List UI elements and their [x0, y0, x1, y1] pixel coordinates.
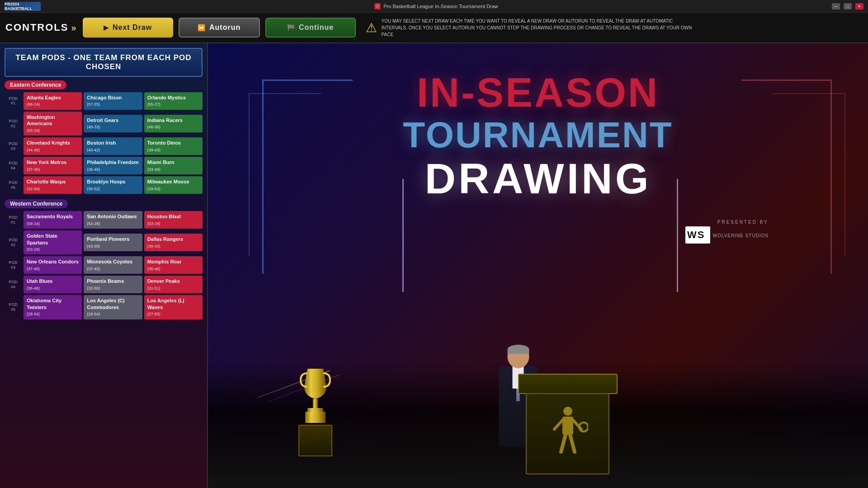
- presenter-hair: [507, 345, 529, 354]
- presented-by-label: PRESENTED BY: [685, 220, 769, 225]
- svg-rect-5: [307, 408, 323, 412]
- wolverine-studios-text: WOLVERINE STUDIOS: [713, 233, 769, 238]
- panel-title: TEAM PODS - ONE TEAM FROM EACH POD CHOSE…: [5, 48, 203, 77]
- team-phoenix-beams: Phoenix Beams(32-50): [84, 276, 142, 293]
- minimize-button[interactable]: ─: [832, 3, 840, 9]
- team-boston-irish: Boston Irish(40-42): [84, 137, 142, 155]
- close-button[interactable]: ✕: [855, 3, 863, 9]
- flag-icon: 🏁: [287, 24, 295, 31]
- presented-by: PRESENTED BY WS WOLVERINE STUDIOS: [685, 220, 769, 244]
- team-philadelphia-freedom: Philadelphia Freedom(36-46): [84, 157, 142, 174]
- western-pod-4: POD#4 Utah Blues(36-46) Phoenix Beams(32…: [5, 276, 203, 293]
- warning-text: YOU MAY SELECT NEXT DRAW EACH TIME YOU W…: [382, 18, 698, 38]
- svg-text:WS: WS: [687, 229, 705, 240]
- team-sacramento-royals: Sacramento Royals(58-24): [24, 211, 82, 229]
- svg-rect-8: [562, 417, 573, 435]
- team-miami-burn: Miami Burn(33-49): [144, 157, 203, 174]
- trophy-area: [298, 366, 332, 456]
- team-la-waves: Los Angeles (L) Waves(27-55): [144, 295, 203, 319]
- pod-2-west-label: POD#2: [5, 238, 22, 248]
- team-new-york-metros: New York Metros(37-45): [24, 157, 82, 174]
- controls-text: CONTROLS: [5, 22, 68, 33]
- team-new-orleans-condors: New Orleans Condors(37-45): [24, 256, 82, 274]
- stage-area: [208, 361, 868, 488]
- warning-icon: ⚠: [366, 20, 377, 35]
- pod-3-west-label: POD#3: [5, 260, 22, 270]
- fast-forward-icon: ⏩: [198, 24, 206, 31]
- pod-4-west-label: POD#4: [5, 280, 22, 290]
- western-pod-1: POD#1 Sacramento Royals(58-24) San Anton…: [5, 211, 203, 229]
- ws-logo-svg: WS: [685, 226, 710, 244]
- team-minnesota-coyotes: Minnesota Coyotes(37-45): [84, 256, 142, 274]
- presenter-head: [507, 345, 529, 368]
- eastern-pod-5: POD#5 Charlotte Wasps(32-50) Brooklyn Ho…: [5, 176, 203, 194]
- tournament-title: IN-SEASON TOURNAMENT DRAWING: [403, 70, 673, 202]
- podium-body: [526, 393, 609, 474]
- western-pod-2: POD#2 Golden State Spartans(53-29) Portl…: [5, 230, 203, 254]
- vert-line-right: [677, 179, 678, 292]
- team-orlando-mystics: Orlando Mystics(55-27): [144, 92, 203, 110]
- eastern-pod-1: POD#1 Atlanta Eagles(58-24) Chicago Biso…: [5, 92, 203, 110]
- team-houston-blast: Houston Blast(53-29): [144, 211, 203, 229]
- warning-section: ⚠ YOU MAY SELECT NEXT DRAW EACH TIME YOU…: [366, 18, 863, 38]
- controls-label: CONTROLS »: [5, 22, 77, 33]
- continue-label: Continue: [299, 23, 334, 32]
- title-drawing: DRAWING: [403, 155, 673, 202]
- team-memphis-roar: Memphis Roar(36-46): [144, 256, 203, 274]
- eastern-pod-4: POD#4 New York Metros(37-45) Philadelphi…: [5, 157, 203, 174]
- title-tournament: TOURNAMENT: [403, 115, 673, 155]
- title-in-season: IN-SEASON: [403, 70, 673, 115]
- podium-top: [518, 374, 618, 394]
- autorun-label: Autorun: [209, 23, 241, 32]
- autorun-button[interactable]: ⏩ Autorun: [179, 18, 260, 38]
- next-draw-label: Next Draw: [113, 23, 152, 32]
- podium: [518, 374, 618, 474]
- svg-rect-6: [305, 412, 326, 423]
- pod-4-east-label: POD#4: [5, 161, 22, 171]
- team-atlanta-eagles: Atlanta Eagles(58-24): [24, 92, 82, 110]
- pod-5-west-label: POD#5: [5, 302, 22, 312]
- team-utah-blues: Utah Blues(36-46): [24, 276, 82, 293]
- title-bar-buttons: ─ □ ✕: [832, 3, 863, 9]
- wolverine-studios-logo: WS WOLVERINE STUDIOS: [685, 226, 769, 244]
- eastern-pod-3: POD#3 Cleveland Knights(44-38) Boston Ir…: [5, 137, 203, 155]
- geo-left-inner: [249, 93, 321, 256]
- svg-line-12: [561, 435, 566, 452]
- team-golden-state-spartans: Golden State Spartans(53-29): [24, 230, 82, 254]
- team-la-commodores: Los Angeles (C) Commodores(28-54): [84, 295, 142, 319]
- team-indiana-racers: Indiana Racers(46-36): [144, 115, 203, 132]
- next-draw-button[interactable]: ▶ Next Draw: [83, 18, 173, 38]
- controls-arrows-icon: »: [71, 23, 77, 33]
- svg-rect-4: [313, 399, 318, 408]
- team-milwaukee-moose: Milwaukee Moose(29-53): [144, 176, 203, 194]
- app-logo: PB2024 BASKETBALL: [5, 2, 41, 11]
- app-icon: 🏀: [374, 3, 381, 9]
- team-dallas-rangers: Dallas Rangers(39-43): [144, 234, 203, 251]
- pod-2-east-label: POD#2: [5, 119, 22, 129]
- maximize-button[interactable]: □: [844, 3, 852, 9]
- pod-1-east-label: POD#1: [5, 96, 22, 106]
- trophy-svg: [298, 366, 332, 425]
- continue-button[interactable]: 🏁 Continue: [265, 18, 356, 38]
- window-title: Pro Basketball League In-Season Tourname…: [383, 4, 498, 9]
- left-panel: TEAM PODS - ONE TEAM FROM EACH POD CHOSE…: [0, 43, 208, 488]
- team-charlotte-wasps: Charlotte Wasps(32-50): [24, 176, 82, 194]
- eastern-conference-badge: Eastern Conference: [5, 80, 66, 89]
- pod-3-east-label: POD#3: [5, 141, 22, 151]
- pod-5-east-label: POD#5: [5, 180, 22, 190]
- team-portland-pioneers: Portland Pioneers(43-39): [84, 234, 142, 251]
- team-cleveland-knights: Cleveland Knights(44-38): [24, 137, 82, 155]
- team-toronto-dinos: Toronto Dinos(39-43): [144, 137, 203, 155]
- team-okc-twisters: Oklahoma City Twisters(28-54): [24, 295, 82, 319]
- team-chicago-bison: Chicago Bison(57-25): [84, 92, 142, 110]
- title-bar: PB2024 BASKETBALL 🏀 Pro Basketball Leagu…: [0, 0, 868, 13]
- team-denver-peaks: Denver Peaks(31-51): [144, 276, 203, 293]
- pod-1-west-label: POD#1: [5, 215, 22, 225]
- svg-line-9: [554, 420, 562, 429]
- right-panel: IN-SEASON TOURNAMENT DRAWING PRESENTED B…: [208, 43, 868, 488]
- western-conference-badge: Western Conference: [5, 199, 68, 208]
- western-pod-3: POD#3 New Orleans Condors(37-45) Minneso…: [5, 256, 203, 274]
- trophy-pedestal: [298, 425, 332, 456]
- svg-point-7: [563, 407, 572, 416]
- team-brooklyn-hoops: Brooklyn Hoops(30-52): [84, 176, 142, 194]
